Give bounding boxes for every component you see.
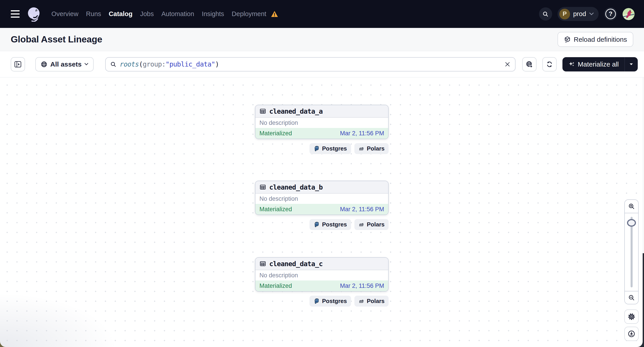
asset-description: No description xyxy=(260,119,298,126)
asset-card-footer: Materialized Mar 2, 11:56 PM xyxy=(256,204,388,215)
globe-icon xyxy=(41,61,47,68)
asset-node-cleaned-data-b[interactable]: cleaned_data_b No description Materializ… xyxy=(255,181,388,230)
asset-card[interactable]: cleaned_data_b No description Materializ… xyxy=(255,181,388,215)
zoom-out-button[interactable] xyxy=(625,291,638,304)
asset-tags: Postgres Polars xyxy=(255,296,388,307)
chevron-down-icon xyxy=(84,63,88,65)
deployment-switcher[interactable]: P prod xyxy=(558,7,599,21)
view-full-lineage-button[interactable] xyxy=(522,57,536,71)
polars-icon xyxy=(358,222,365,228)
asset-card-footer: Materialized Mar 2, 11:56 PM xyxy=(256,281,388,291)
asset-card-body: No description xyxy=(256,194,388,204)
materialize-all-label: Materialize all xyxy=(578,60,619,68)
primary-nav: Overview Runs Catalog Jobs Automation In… xyxy=(52,10,278,18)
postgres-icon xyxy=(314,146,320,152)
nav-item-runs[interactable]: Runs xyxy=(86,10,101,18)
minimap-glow xyxy=(0,291,121,347)
asset-card-body: No description xyxy=(256,270,388,281)
canvas-right-edge xyxy=(643,77,643,253)
zoom-slider-track[interactable] xyxy=(630,217,632,287)
top-nav-bar: Overview Runs Catalog Jobs Automation In… xyxy=(0,0,644,28)
dagster-app-window: Overview Runs Catalog Jobs Automation In… xyxy=(0,0,644,347)
asset-scope-dropdown[interactable]: All assets xyxy=(35,57,94,71)
asset-description: No description xyxy=(260,272,298,279)
download-icon xyxy=(628,330,635,338)
deployment-name: prod xyxy=(573,10,586,18)
materialized-status: Materialized xyxy=(260,206,292,213)
nav-item-catalog[interactable]: Catalog xyxy=(109,10,132,18)
zoom-in-button[interactable] xyxy=(625,200,638,213)
nav-item-overview[interactable]: Overview xyxy=(52,10,78,18)
asset-card-footer: Materialized Mar 2, 11:56 PM xyxy=(256,128,388,139)
postgres-icon xyxy=(314,222,320,228)
zoom-out-icon xyxy=(628,294,635,301)
refresh-icon xyxy=(546,61,553,68)
asset-node-cleaned-data-a[interactable]: cleaned_data_a No description Materializ… xyxy=(255,105,388,154)
zoom-in-icon xyxy=(628,203,635,210)
asset-selection-input[interactable]: roots(group:"public_data") xyxy=(105,57,516,71)
materialize-all-button[interactable]: Materialize all xyxy=(562,57,624,71)
materialization-timestamp[interactable]: Mar 2, 11:56 PM xyxy=(340,206,384,213)
asset-description: No description xyxy=(260,195,298,202)
graph-settings-button[interactable] xyxy=(624,310,639,324)
table-icon xyxy=(260,108,266,115)
nav-item-automation[interactable]: Automation xyxy=(161,10,194,18)
zoom-slider-handle[interactable] xyxy=(627,219,636,227)
search-icon[interactable] xyxy=(539,7,552,20)
reload-definitions-label: Reload definitions xyxy=(574,36,627,43)
table-icon xyxy=(260,184,266,190)
tag-label: Postgres xyxy=(322,298,347,305)
asset-tags: Postgres Polars xyxy=(255,143,388,154)
asset-tags: Postgres Polars xyxy=(255,219,388,230)
asset-name: cleaned_data_a xyxy=(269,107,323,115)
user-avatar[interactable] xyxy=(622,8,634,20)
polars-icon xyxy=(358,298,365,304)
tag-label: Postgres xyxy=(322,145,347,152)
asset-card-header: cleaned_data_c xyxy=(256,258,388,270)
nav-item-jobs[interactable]: Jobs xyxy=(140,10,154,18)
nav-item-insights[interactable]: Insights xyxy=(202,10,224,18)
tag-postgres[interactable]: Postgres xyxy=(310,219,351,230)
asset-node-cleaned-data-c[interactable]: cleaned_data_c No description Materializ… xyxy=(255,257,388,307)
nav-item-deployment[interactable]: Deployment xyxy=(232,10,266,18)
materialize-all-split-button: Materialize all xyxy=(562,57,638,71)
asset-card[interactable]: cleaned_data_a No description Materializ… xyxy=(255,105,388,139)
tag-postgres[interactable]: Postgres xyxy=(310,143,351,154)
table-icon xyxy=(260,260,266,267)
tag-label: Polars xyxy=(367,298,385,305)
deployment-warning-icon[interactable] xyxy=(271,11,278,17)
chevron-down-icon xyxy=(629,63,634,66)
dagster-logo-icon[interactable] xyxy=(26,6,42,22)
tag-postgres[interactable]: Postgres xyxy=(310,296,351,307)
refresh-graph-button[interactable] xyxy=(542,57,557,71)
asset-card-header: cleaned_data_a xyxy=(256,105,388,118)
graph-view-controls xyxy=(624,199,639,341)
materialize-options-dropdown[interactable] xyxy=(625,57,638,71)
page-header: Global Asset Lineage Reload definitions xyxy=(0,28,644,51)
tag-polars[interactable]: Polars xyxy=(354,143,389,154)
asset-card[interactable]: cleaned_data_c No description Materializ… xyxy=(255,257,388,292)
lineage-toolbar: All assets roots(group:"public_data") xyxy=(0,51,644,77)
tag-polars[interactable]: Polars xyxy=(354,219,389,230)
hamburger-menu-icon[interactable] xyxy=(11,10,20,18)
sparkles-icon xyxy=(568,61,575,68)
materialization-timestamp[interactable]: Mar 2, 11:56 PM xyxy=(340,283,384,289)
help-icon[interactable]: ? xyxy=(604,7,617,20)
lineage-graph-canvas[interactable]: cleaned_data_a No description Materializ… xyxy=(0,77,644,347)
tag-polars[interactable]: Polars xyxy=(354,296,389,307)
polars-icon xyxy=(358,146,365,152)
asset-name: cleaned_data_c xyxy=(269,260,323,268)
zoom-panel xyxy=(624,199,639,304)
reload-definitions-button[interactable]: Reload definitions xyxy=(558,32,634,47)
tag-label: Polars xyxy=(367,221,385,228)
chevron-down-icon xyxy=(589,12,594,15)
search-icon xyxy=(110,61,116,67)
tag-label: Postgres xyxy=(322,221,347,228)
open-left-panel-button[interactable] xyxy=(11,57,25,71)
download-image-button[interactable] xyxy=(624,327,639,341)
zoom-slider[interactable] xyxy=(625,213,638,291)
clear-query-icon[interactable] xyxy=(504,61,510,67)
materialization-timestamp[interactable]: Mar 2, 11:56 PM xyxy=(340,130,384,137)
asset-card-header: cleaned_data_b xyxy=(256,181,388,194)
asset-name: cleaned_data_b xyxy=(269,183,323,191)
